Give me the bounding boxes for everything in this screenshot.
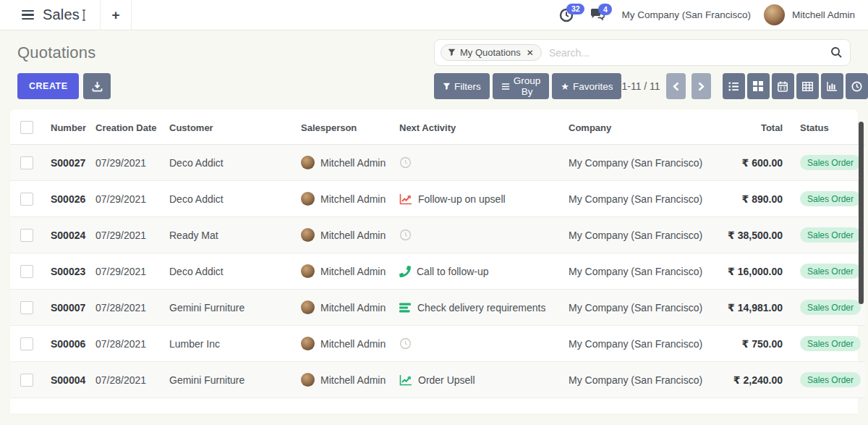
table-row[interactable]: S00023 07/29/2021 Deco Addict Mitchell A… xyxy=(10,253,865,290)
activities-menu-button[interactable]: 32 xyxy=(558,7,575,24)
favorites-button[interactable]: ★ Favorites xyxy=(552,73,621,99)
menu-icon[interactable] xyxy=(22,10,34,20)
facet-label: My Quotations xyxy=(460,47,521,58)
new-tab-button[interactable]: + xyxy=(100,0,132,30)
search-icon[interactable] xyxy=(830,46,843,59)
row-checkbox[interactable] xyxy=(20,265,33,278)
company-name: My Company (San Francisco) xyxy=(563,290,713,326)
column-header-salesperson[interactable]: Salesperson xyxy=(295,109,393,145)
column-header-status[interactable]: Status xyxy=(793,109,865,145)
creation-date: 07/29/2021 xyxy=(90,253,163,290)
company-name: My Company (San Francisco) xyxy=(563,145,713,181)
pivot-view-button[interactable] xyxy=(796,73,819,99)
line-chart-icon[interactable] xyxy=(399,193,412,205)
export-button[interactable] xyxy=(83,73,111,99)
filters-button[interactable]: Filters xyxy=(434,73,490,99)
pager-next-button[interactable] xyxy=(692,73,711,99)
filters-label: Filters xyxy=(454,81,481,92)
row-checkbox[interactable] xyxy=(20,337,33,350)
quotation-number: S00007 xyxy=(51,302,85,314)
clock-icon[interactable] xyxy=(399,229,412,241)
table-row[interactable]: S00026 07/29/2021 Deco Addict Mitchell A… xyxy=(10,181,865,217)
column-header-total[interactable]: Total xyxy=(713,109,793,145)
pager-previous-button[interactable] xyxy=(666,73,686,99)
row-checkbox[interactable] xyxy=(20,193,33,206)
search-bar[interactable]: My Quotations ✕ xyxy=(434,39,851,66)
search-facet-my-quotations[interactable]: My Quotations ✕ xyxy=(441,44,542,61)
company-name: My Company (San Francisco) xyxy=(563,217,713,253)
status-badge: Sales Order xyxy=(800,300,861,315)
tasks-icon[interactable] xyxy=(399,303,412,313)
table-row[interactable]: S00004 07/28/2021 Gemini Furniture Mitch… xyxy=(10,362,865,398)
app-title[interactable]: Sales xyxy=(43,7,87,23)
user-menu[interactable]: Mitchell Admin xyxy=(792,9,855,20)
pager-range[interactable]: 1-11 / 11 xyxy=(621,80,660,92)
search-input[interactable] xyxy=(549,47,830,59)
close-icon[interactable]: ✕ xyxy=(527,48,534,58)
phone-icon[interactable] xyxy=(399,266,411,277)
status-badge: Sales Order xyxy=(800,191,861,206)
activity-label: Follow-up on upsell xyxy=(418,193,506,205)
table-row[interactable]: S00024 07/29/2021 Ready Mat Mitchell Adm… xyxy=(10,217,865,253)
salesperson-name: Mitchell Admin xyxy=(320,302,386,314)
column-header-next-activity[interactable]: Next Activity xyxy=(393,109,563,145)
select-all-checkbox[interactable] xyxy=(20,121,33,134)
kanban-view-button[interactable] xyxy=(747,73,770,99)
quotation-number: S00006 xyxy=(51,338,85,350)
create-button[interactable]: CREATE xyxy=(17,73,79,99)
activity-label: Order Upsell xyxy=(418,374,475,386)
creation-date: 07/28/2021 xyxy=(90,290,163,326)
salesperson-name: Mitchell Admin xyxy=(320,193,386,205)
salesperson-name: Mitchell Admin xyxy=(320,157,386,169)
row-checkbox[interactable] xyxy=(20,229,33,242)
customer-name: Deco Addict xyxy=(163,253,295,290)
line-chart-icon[interactable] xyxy=(399,374,412,386)
total-amount: ₹ 16,000.00 xyxy=(728,266,783,277)
creation-date: 07/29/2021 xyxy=(90,181,163,217)
navbar-left: Sales + xyxy=(0,0,132,30)
kanban-view-icon xyxy=(753,81,763,91)
activity-label: Call to follow-up xyxy=(417,266,489,277)
graph-view-icon xyxy=(827,81,838,91)
activity-view-button[interactable] xyxy=(846,73,868,99)
list-view-button[interactable] xyxy=(723,73,745,99)
table-row[interactable]: S00006 07/28/2021 Lumber Inc Mitchell Ad… xyxy=(10,326,865,362)
quotation-number: S00026 xyxy=(51,193,85,205)
quotations-list: Number Creation Date Customer Salesperso… xyxy=(10,109,858,413)
creation-date: 07/29/2021 xyxy=(90,217,163,253)
salesperson-name: Mitchell Admin xyxy=(320,338,386,350)
table-row[interactable]: S00027 07/29/2021 Deco Addict Mitchell A… xyxy=(10,145,865,181)
chevron-right-icon xyxy=(698,82,705,91)
top-navbar: Sales + 32 4 My Company (San Francisco) … xyxy=(0,0,868,30)
salesperson-name: Mitchell Admin xyxy=(320,374,386,386)
table-row[interactable]: S00007 07/28/2021 Gemini Furniture Mitch… xyxy=(10,290,865,326)
group-by-button[interactable]: Group By xyxy=(493,73,550,99)
messages-menu-button[interactable]: 4 xyxy=(588,7,607,23)
quotation-number: S00024 xyxy=(51,230,85,241)
pivot-view-icon xyxy=(802,82,813,91)
column-header-creation-date[interactable]: Creation Date xyxy=(90,109,163,145)
row-checkbox[interactable] xyxy=(20,156,33,169)
column-header-number[interactable]: Number xyxy=(45,109,90,145)
download-icon xyxy=(92,81,103,92)
total-amount: ₹ 2,240.00 xyxy=(733,374,783,386)
graph-view-button[interactable] xyxy=(821,73,843,99)
row-checkbox[interactable] xyxy=(20,374,33,387)
calendar-view-button[interactable] xyxy=(772,73,794,99)
table-header-row: Number Creation Date Customer Salesperso… xyxy=(10,109,865,145)
clock-icon[interactable] xyxy=(399,337,412,350)
group-by-icon xyxy=(501,83,510,91)
salesperson-avatar xyxy=(301,192,315,206)
clock-icon[interactable] xyxy=(399,156,412,169)
user-avatar[interactable] xyxy=(764,4,785,25)
column-header-customer[interactable]: Customer xyxy=(163,109,295,145)
column-header-company[interactable]: Company xyxy=(563,109,713,145)
customer-name: Gemini Furniture xyxy=(163,290,295,326)
company-switcher[interactable]: My Company (San Francisco) xyxy=(621,9,751,20)
salesperson-avatar xyxy=(301,156,315,169)
total-amount: ₹ 38,500.00 xyxy=(728,230,783,241)
row-checkbox[interactable] xyxy=(20,301,33,314)
pager: 1-11 / 11 xyxy=(621,73,710,99)
quotation-number: S00004 xyxy=(51,374,85,386)
vertical-scrollbar[interactable] xyxy=(859,122,864,304)
